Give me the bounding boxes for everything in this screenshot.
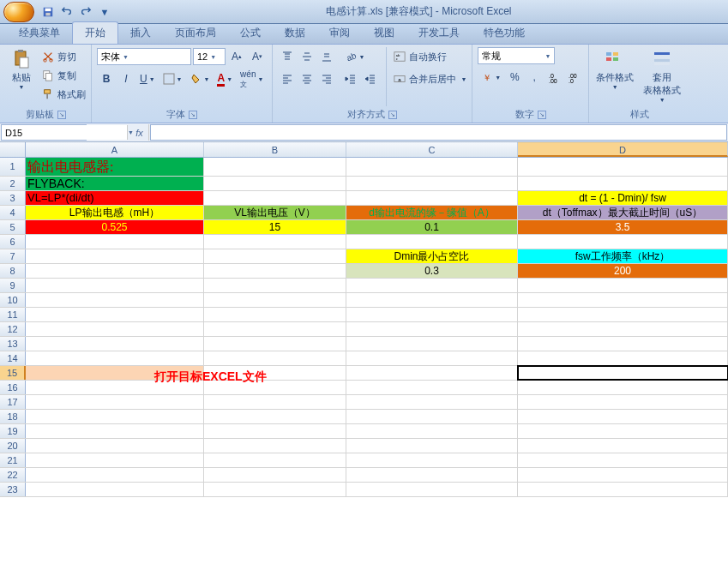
cell-C9[interactable] — [346, 279, 518, 292]
align-center-button[interactable] — [298, 69, 316, 88]
cell-C18[interactable] — [346, 410, 518, 423]
cell-A11[interactable] — [26, 308, 204, 321]
cell-C20[interactable] — [346, 439, 518, 453]
paste-button[interactable]: 粘贴 ▼ — [5, 47, 38, 106]
cell-A8[interactable] — [26, 264, 204, 278]
dialog-launcher-icon[interactable]: ↘ — [189, 111, 197, 119]
cell-D5[interactable]: 3.5 — [518, 220, 728, 234]
number-format-dropdown[interactable]: 常规▼ — [478, 47, 555, 64]
cell-B19[interactable] — [204, 424, 346, 438]
cell-A18[interactable] — [26, 410, 204, 423]
dialog-launcher-icon[interactable]: ↘ — [388, 111, 397, 119]
row-header-18[interactable]: 18 — [0, 410, 26, 423]
cell-D10[interactable] — [518, 293, 728, 307]
cell-C23[interactable] — [346, 483, 518, 496]
row-header-6[interactable]: 6 — [0, 235, 26, 249]
cell-B10[interactable] — [204, 293, 346, 307]
row-header-3[interactable]: 3 — [0, 191, 26, 205]
cell-C1[interactable] — [346, 158, 518, 176]
copy-button[interactable]: 复制 — [41, 66, 86, 85]
cell-C13[interactable] — [346, 337, 518, 351]
accounting-format-button[interactable]: ￥▼ — [478, 68, 504, 87]
cell-C19[interactable] — [346, 424, 518, 438]
increase-indent-button[interactable] — [361, 69, 380, 88]
cell-D9[interactable] — [518, 279, 728, 292]
name-box[interactable]: ▼ — [1, 124, 87, 141]
cell-A23[interactable] — [26, 483, 204, 496]
cell-C16[interactable] — [346, 381, 518, 394]
decrease-decimal-button[interactable]: .00.0 — [564, 68, 583, 87]
row-header-10[interactable]: 10 — [0, 293, 26, 307]
wrap-text-button[interactable]: abc自动换行 — [393, 47, 466, 66]
align-top-button[interactable] — [278, 47, 297, 66]
select-all-corner[interactable] — [0, 142, 26, 157]
underline-button[interactable]: U▼ — [136, 69, 159, 88]
cell-D15[interactable] — [518, 366, 728, 380]
cell-C7[interactable]: Dmin最小占空比 — [346, 249, 518, 263]
tab-layout[interactable]: 页面布局 — [163, 22, 228, 44]
row-header-11[interactable]: 11 — [0, 308, 26, 321]
row-header-5[interactable]: 5 — [0, 220, 26, 234]
decrease-font-button[interactable]: A▾ — [248, 47, 267, 66]
row-header-16[interactable]: 16 — [0, 381, 26, 394]
cell-D20[interactable] — [518, 439, 728, 453]
cell-D2[interactable] — [518, 177, 728, 190]
cell-B5[interactable]: 15 — [204, 220, 346, 234]
cell-D6[interactable] — [518, 235, 728, 249]
tab-review[interactable]: 审阅 — [317, 22, 362, 44]
tab-data[interactable]: 数据 — [273, 22, 317, 44]
row-header-8[interactable]: 8 — [0, 264, 26, 278]
col-header-B[interactable]: B — [204, 142, 346, 157]
cell-A22[interactable] — [26, 468, 204, 482]
save-icon[interactable] — [39, 3, 57, 21]
cell-B14[interactable] — [204, 351, 346, 365]
cell-C21[interactable] — [346, 453, 518, 467]
cell-B20[interactable] — [204, 439, 346, 453]
cell-B7[interactable] — [204, 249, 346, 263]
row-header-2[interactable]: 2 — [0, 177, 26, 190]
cell-D17[interactable] — [518, 395, 728, 409]
redo-icon[interactable] — [77, 3, 94, 21]
cell-D16[interactable] — [518, 381, 728, 394]
bold-button[interactable]: B — [97, 69, 116, 88]
cell-A19[interactable] — [26, 424, 204, 438]
cell-A17[interactable] — [26, 395, 204, 409]
col-header-C[interactable]: C — [346, 142, 518, 157]
tab-view[interactable]: 视图 — [362, 22, 406, 44]
fx-button[interactable]: fx — [130, 124, 149, 141]
cell-A20[interactable] — [26, 439, 204, 453]
orientation-button[interactable]: ab▼ — [341, 47, 368, 66]
font-size-dropdown[interactable]: 12▼ — [193, 48, 226, 65]
cell-D12[interactable] — [518, 322, 728, 336]
cell-C15[interactable] — [346, 366, 518, 380]
cell-A1[interactable]: 输出电电感器: — [26, 158, 204, 176]
formula-bar[interactable] — [150, 124, 727, 141]
align-bottom-button[interactable] — [317, 47, 336, 66]
align-right-button[interactable] — [317, 69, 336, 88]
cell-D13[interactable] — [518, 337, 728, 351]
cell-C6[interactable] — [346, 235, 518, 249]
undo-icon[interactable] — [58, 3, 75, 21]
cell-B12[interactable] — [204, 322, 346, 336]
cell-B1[interactable] — [204, 158, 346, 176]
cell-B3[interactable] — [204, 191, 346, 205]
cell-B22[interactable] — [204, 468, 346, 482]
col-header-D[interactable]: D — [518, 142, 728, 157]
row-header-4[interactable]: 4 — [0, 206, 26, 219]
col-header-A[interactable]: A — [26, 142, 204, 157]
dialog-launcher-icon[interactable]: ↘ — [538, 111, 546, 119]
worksheet-grid[interactable]: A B C D 1 输出电电感器: 2 FLYBACK: 3 VL=LP*(di… — [0, 142, 728, 582]
row-header-13[interactable]: 13 — [0, 337, 26, 351]
cell-B17[interactable] — [204, 395, 346, 409]
conditional-format-button[interactable]: 条件格式 ▼ — [594, 47, 635, 106]
fill-color-button[interactable]: ▼ — [187, 69, 214, 88]
cell-A21[interactable] — [26, 453, 204, 467]
cell-A14[interactable] — [26, 351, 204, 365]
cell-A9[interactable] — [26, 279, 204, 292]
phonetic-button[interactable]: wén文▼ — [237, 69, 267, 88]
cell-D21[interactable] — [518, 453, 728, 467]
row-header-20[interactable]: 20 — [0, 439, 26, 453]
merge-center-button[interactable]: a合并后居中▼ — [393, 69, 466, 88]
italic-button[interactable]: I — [117, 69, 135, 88]
cell-C8[interactable]: 0.3 — [346, 264, 518, 278]
